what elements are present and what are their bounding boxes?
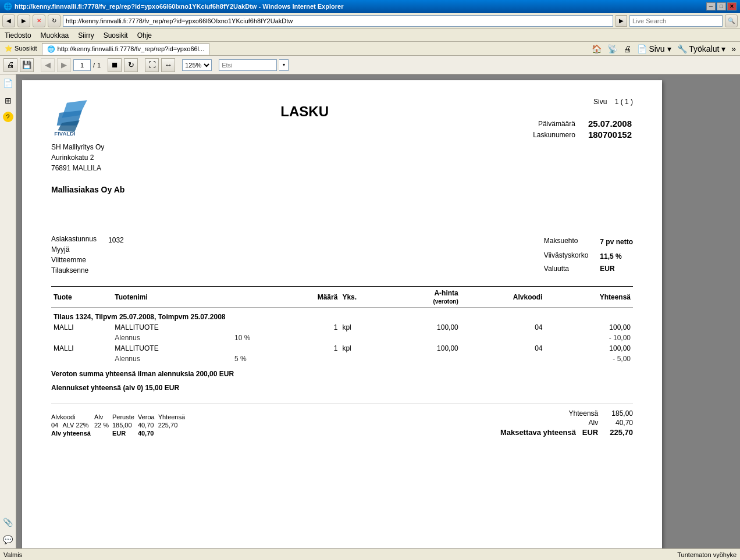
sidebar-grid-icon[interactable]: ⊞	[2, 94, 15, 107]
title-bar-left: 🌐 http://kenny.finnvalli.fi:7778/fv_rep/…	[3, 2, 343, 10]
page-menu-icon[interactable]: 📄 Sivu ▾	[635, 44, 673, 54]
status-bar: Valmis Tuntematon vyöhyke	[0, 548, 740, 560]
cell-qty2: 1	[279, 343, 340, 354]
sidebar-document-icon[interactable]: 📄	[2, 77, 15, 90]
info-value-tilauksenne	[108, 266, 124, 274]
col-alvkoodi: Alvkoodi	[461, 287, 545, 308]
main-container: 📄 ⊞ ? 📎 💬 FIV	[0, 74, 740, 548]
info-label-viivastyskorko: Viivästyskorko	[544, 249, 600, 263]
info-value-viitteemme	[108, 256, 124, 266]
date-table: Päivämäärä 25.07.2008 Laskunumero 180700…	[532, 117, 633, 141]
summary-line1: Veroton summa yhteensä ilman alennuksia …	[51, 370, 633, 378]
sidebar-help-icon[interactable]: ?	[3, 112, 13, 122]
cell-total2: 100,00	[545, 343, 633, 354]
menu-muokkaa[interactable]: Muokkaa	[38, 31, 72, 40]
summary-notes: Veroton summa yhteensä ilman alennuksia …	[51, 370, 633, 392]
order-info: Tilaus 1324, Tilpvm 25.07.2008, Toimpvm …	[51, 308, 633, 323]
save-button[interactable]: 💾	[20, 58, 34, 72]
customer-name: Malliasiakas Oy Ab	[51, 185, 633, 194]
col-empty	[232, 287, 279, 308]
stop-button[interactable]: ✕	[33, 15, 45, 27]
totals-table: Yhteensä 185,00 Alv 40,70 Maksettava yht…	[489, 409, 633, 437]
address-bar: ◀ ▶ ✕ ↻ ▶ 🔍	[0, 13, 740, 29]
cell-disc-name2: Alennus	[112, 354, 232, 364]
invoice-title-area: LASKU	[104, 98, 505, 137]
next-page-button[interactable]: ▶	[57, 58, 71, 72]
info-label-maksuehto: Maksuehto	[544, 235, 600, 249]
refresh-report-button[interactable]: ↻	[124, 58, 138, 72]
title-bar-controls: ─ □ ✕	[706, 2, 737, 10]
address-input[interactable]	[63, 15, 613, 27]
cell-disc-prod1	[51, 333, 112, 343]
cell-disc-total1: - 10,00	[545, 333, 633, 343]
vat-header-pct: Alv	[94, 413, 112, 421]
print-icon[interactable]: 🖨	[621, 44, 633, 54]
go-button[interactable]: ▶	[616, 15, 627, 27]
tools-menu-icon[interactable]: 🔧 Työkalut ▾	[675, 44, 728, 54]
fit-page-button[interactable]: ⛶	[145, 58, 159, 72]
info-right-table: Maksuehto 7 pv netto Viivästyskorko 11,5…	[544, 235, 633, 274]
stop-report-button[interactable]: ⏹	[108, 58, 122, 72]
cell-disc-alv1	[461, 333, 545, 343]
search-button[interactable]: 🔍	[725, 15, 738, 27]
fit-width-button[interactable]: ↔	[161, 58, 175, 72]
report-area[interactable]: FIVALDI SH Malliyritys Oy Aurinkokatu 2 …	[16, 74, 740, 548]
menu-tiedosto[interactable]: Tiedosto	[2, 31, 34, 40]
totals-row-alv: Alv 40,70	[489, 418, 633, 427]
prev-page-button[interactable]: ◀	[41, 58, 55, 72]
page-input[interactable]	[73, 59, 91, 71]
info-label-asiakastunnus: Asiakastunnus	[51, 235, 108, 245]
date-value: 25.07.2008	[588, 119, 632, 129]
cell-unit2: kpl	[340, 343, 387, 354]
sidebar-comment-icon[interactable]: 💬	[2, 533, 15, 546]
refresh-button[interactable]: ↻	[48, 15, 61, 27]
search-input[interactable]	[629, 15, 723, 27]
home-icon[interactable]: 🏠	[590, 44, 603, 54]
tab-favicon: 🌐	[47, 45, 55, 53]
vat-code: 04	[51, 421, 62, 429]
vat-total-currency: EUR	[112, 429, 138, 437]
menu-siirry[interactable]: Siirry	[76, 31, 96, 40]
back-button[interactable]: ◀	[2, 15, 15, 27]
search-dropdown-button[interactable]: ▾	[279, 59, 289, 71]
vat-total-empty	[94, 429, 112, 437]
sidebar-attachment-icon[interactable]: 📎	[2, 516, 15, 529]
menu-ohje[interactable]: Ohje	[135, 31, 154, 40]
rss-icon[interactable]: 📡	[606, 44, 619, 54]
more-icon[interactable]: »	[730, 44, 738, 54]
company-info: SH Malliyritys Oy Aurinkokatu 2 76891 MA…	[51, 142, 104, 173]
vat-base: 185,00	[112, 421, 138, 429]
info-value-viivastyskorko: 11,5 %	[600, 249, 633, 263]
cell-disc-qty2	[279, 354, 340, 364]
maximize-button[interactable]: □	[717, 2, 726, 10]
vat-section: Alvkoodi Alv Peruste Veroa Yhteensä 04 A…	[51, 404, 633, 437]
vat-row: 04 ALV 22% 22 % 185,00 40,70 225,70	[51, 421, 188, 429]
cell-disc-unit2	[340, 354, 387, 364]
menu-suosikit[interactable]: Suosikit	[101, 31, 130, 40]
search-toolbar-input[interactable]	[219, 59, 277, 71]
forward-button[interactable]: ▶	[17, 15, 30, 27]
totals-row-yhteensa: Yhteensä 185,00	[489, 409, 633, 418]
cell-product1: MALLI	[51, 322, 112, 333]
invnum-value: 180700152	[588, 130, 632, 140]
info-value-maksuehto: 7 pv netto	[600, 235, 633, 249]
tab-label: http://kenny.finnvalli.fi:7778/fv_rep/re…	[58, 45, 205, 52]
invoice-table: Tuote Tuotenimi Määrä Yks. A-hinta(verot…	[51, 286, 633, 364]
favorites-button[interactable]: ⭐ Suosikit	[2, 44, 40, 53]
cell-disc-pct2	[232, 343, 279, 354]
browser-tab[interactable]: 🌐 http://kenny.finnvalli.fi:7778/fv_rep/…	[42, 43, 210, 55]
vat-tax: 40,70	[138, 421, 158, 429]
company-postal: 76891 MALLILA	[51, 163, 104, 173]
close-button[interactable]: ✕	[727, 2, 737, 10]
zoom-select[interactable]: 125%	[182, 59, 212, 71]
table-row: MALLI MALLITUOTE 1 kpl 100,00 04 100,00	[51, 343, 633, 354]
page-number: Sivu 1 ( 1 )	[505, 98, 633, 106]
cell-disc-alv2	[461, 354, 545, 364]
cell-product2: MALLI	[51, 343, 112, 354]
minimize-button[interactable]: ─	[706, 2, 716, 10]
totals-label-yhteensa: Yhteensä	[489, 409, 598, 418]
vat-right: Yhteensä 185,00 Alv 40,70 Maksettava yht…	[489, 409, 633, 437]
print-button[interactable]: 🖨	[3, 58, 17, 72]
cell-disc-prod2	[51, 354, 112, 364]
invnum-label: Laskunumero	[533, 130, 587, 140]
